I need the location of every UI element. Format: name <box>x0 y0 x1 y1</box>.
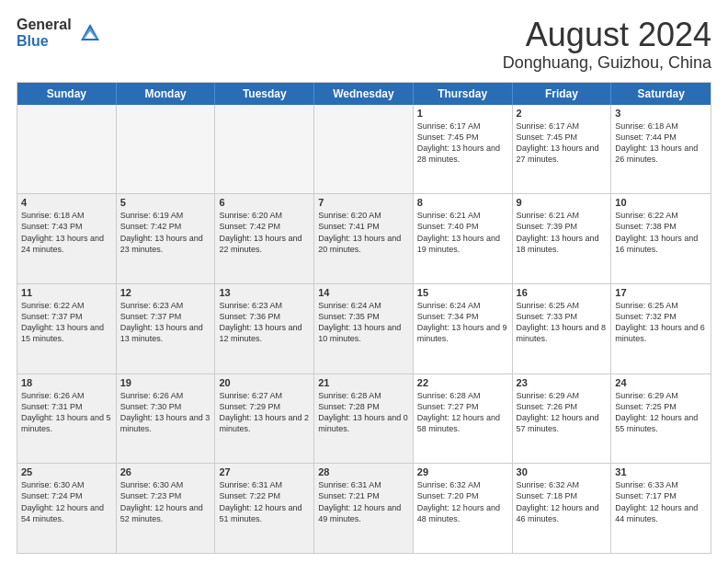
day-cell-29: 29Sunrise: 6:32 AMSunset: 7:20 PMDayligh… <box>414 464 513 553</box>
day-number: 31 <box>615 466 707 477</box>
day-number: 26 <box>120 466 211 477</box>
page: General Blue August 2024 Donghuang, Guiz… <box>0 0 728 563</box>
day-cell-19: 19Sunrise: 6:26 AMSunset: 7:30 PMDayligh… <box>117 374 216 464</box>
day-number: 19 <box>120 377 211 388</box>
empty-cell <box>117 105 216 194</box>
cell-info: Sunrise: 6:18 AMSunset: 7:44 PMDaylight:… <box>615 121 698 164</box>
day-cell-11: 11Sunrise: 6:22 AMSunset: 7:37 PMDayligh… <box>17 284 117 373</box>
cell-info: Sunrise: 6:28 AMSunset: 7:28 PMDaylight:… <box>318 391 408 433</box>
header: General Blue August 2024 Donghuang, Guiz… <box>17 17 711 73</box>
cell-info: Sunrise: 6:29 AMSunset: 7:25 PMDaylight:… <box>615 391 698 433</box>
logo-icon <box>77 20 103 46</box>
empty-cell <box>17 105 117 194</box>
day-number: 23 <box>517 377 608 388</box>
header-day-saturday: Saturday <box>611 83 711 105</box>
logo-general: General <box>17 17 72 33</box>
day-cell-24: 24Sunrise: 6:29 AMSunset: 7:25 PMDayligh… <box>611 374 711 464</box>
empty-cell <box>314 105 414 194</box>
day-number: 6 <box>219 197 310 208</box>
cell-info: Sunrise: 6:31 AMSunset: 7:21 PMDaylight:… <box>318 480 401 523</box>
cell-info: Sunrise: 6:32 AMSunset: 7:18 PMDaylight:… <box>517 480 599 523</box>
day-cell-6: 6Sunrise: 6:20 AMSunset: 7:42 PMDaylight… <box>215 194 314 283</box>
logo: General Blue <box>17 17 103 49</box>
header-day-sunday: Sunday <box>17 83 117 105</box>
day-cell-3: 3Sunrise: 6:18 AMSunset: 7:44 PMDaylight… <box>611 105 711 194</box>
day-number: 7 <box>318 197 409 208</box>
cell-info: Sunrise: 6:20 AMSunset: 7:41 PMDaylight:… <box>318 211 401 253</box>
day-number: 11 <box>21 287 112 298</box>
week-row-4: 18Sunrise: 6:26 AMSunset: 7:31 PMDayligh… <box>17 373 711 464</box>
day-number: 14 <box>318 287 409 298</box>
day-number: 25 <box>21 466 112 477</box>
header-day-monday: Monday <box>117 83 216 105</box>
logo-blue: Blue <box>17 33 72 50</box>
day-number: 13 <box>219 287 310 298</box>
cell-info: Sunrise: 6:31 AMSunset: 7:22 PMDaylight:… <box>219 480 301 523</box>
cell-info: Sunrise: 6:21 AMSunset: 7:40 PMDaylight:… <box>417 211 500 253</box>
header-day-thursday: Thursday <box>414 83 513 105</box>
header-day-tuesday: Tuesday <box>215 83 314 105</box>
day-number: 20 <box>219 377 310 388</box>
day-number: 4 <box>21 197 112 208</box>
day-number: 24 <box>615 377 707 388</box>
day-cell-25: 25Sunrise: 6:30 AMSunset: 7:24 PMDayligh… <box>17 464 117 553</box>
day-number: 3 <box>615 108 707 119</box>
day-number: 9 <box>517 197 608 208</box>
day-cell-21: 21Sunrise: 6:28 AMSunset: 7:28 PMDayligh… <box>314 374 414 464</box>
day-number: 22 <box>417 377 508 388</box>
cell-info: Sunrise: 6:27 AMSunset: 7:29 PMDaylight:… <box>219 391 309 433</box>
day-cell-26: 26Sunrise: 6:30 AMSunset: 7:23 PMDayligh… <box>117 464 216 553</box>
cell-info: Sunrise: 6:25 AMSunset: 7:33 PMDaylight:… <box>517 301 607 343</box>
week-row-5: 25Sunrise: 6:30 AMSunset: 7:24 PMDayligh… <box>17 463 711 553</box>
day-cell-9: 9Sunrise: 6:21 AMSunset: 7:39 PMDaylight… <box>513 194 612 283</box>
empty-cell <box>215 105 314 194</box>
title-section: August 2024 Donghuang, Guizhou, China <box>503 17 711 73</box>
cell-info: Sunrise: 6:22 AMSunset: 7:37 PMDaylight:… <box>21 301 104 343</box>
day-number: 5 <box>120 197 211 208</box>
cell-info: Sunrise: 6:18 AMSunset: 7:43 PMDaylight:… <box>21 211 104 253</box>
week-row-1: 1Sunrise: 6:17 AMSunset: 7:45 PMDaylight… <box>17 105 711 194</box>
day-cell-15: 15Sunrise: 6:24 AMSunset: 7:34 PMDayligh… <box>414 284 513 373</box>
cell-info: Sunrise: 6:21 AMSunset: 7:39 PMDaylight:… <box>517 211 599 253</box>
day-cell-30: 30Sunrise: 6:32 AMSunset: 7:18 PMDayligh… <box>513 464 612 553</box>
day-cell-10: 10Sunrise: 6:22 AMSunset: 7:38 PMDayligh… <box>611 194 711 283</box>
day-cell-4: 4Sunrise: 6:18 AMSunset: 7:43 PMDaylight… <box>17 194 117 283</box>
header-day-friday: Friday <box>513 83 612 105</box>
day-number: 15 <box>417 287 508 298</box>
main-title: August 2024 <box>503 17 711 53</box>
header-day-wednesday: Wednesday <box>314 83 414 105</box>
day-number: 10 <box>615 197 707 208</box>
day-cell-17: 17Sunrise: 6:25 AMSunset: 7:32 PMDayligh… <box>611 284 711 373</box>
cell-info: Sunrise: 6:28 AMSunset: 7:27 PMDaylight:… <box>417 391 500 433</box>
day-number: 29 <box>417 466 508 477</box>
day-cell-2: 2Sunrise: 6:17 AMSunset: 7:45 PMDaylight… <box>513 105 612 194</box>
day-cell-12: 12Sunrise: 6:23 AMSunset: 7:37 PMDayligh… <box>117 284 216 373</box>
day-number: 30 <box>517 466 608 477</box>
logo-text: General Blue <box>17 17 72 49</box>
day-cell-14: 14Sunrise: 6:24 AMSunset: 7:35 PMDayligh… <box>314 284 414 373</box>
cell-info: Sunrise: 6:23 AMSunset: 7:36 PMDaylight:… <box>219 301 301 343</box>
day-cell-22: 22Sunrise: 6:28 AMSunset: 7:27 PMDayligh… <box>414 374 513 464</box>
day-number: 1 <box>417 108 508 119</box>
cell-info: Sunrise: 6:26 AMSunset: 7:31 PMDaylight:… <box>21 391 111 433</box>
day-cell-7: 7Sunrise: 6:20 AMSunset: 7:41 PMDaylight… <box>314 194 414 283</box>
cell-info: Sunrise: 6:30 AMSunset: 7:24 PMDaylight:… <box>21 480 104 523</box>
day-number: 27 <box>219 466 310 477</box>
cell-info: Sunrise: 6:17 AMSunset: 7:45 PMDaylight:… <box>417 121 500 164</box>
day-number: 2 <box>517 108 608 119</box>
cell-info: Sunrise: 6:19 AMSunset: 7:42 PMDaylight:… <box>120 211 203 253</box>
day-number: 28 <box>318 466 409 477</box>
cell-info: Sunrise: 6:26 AMSunset: 7:30 PMDaylight:… <box>120 391 210 433</box>
cell-info: Sunrise: 6:29 AMSunset: 7:26 PMDaylight:… <box>517 391 599 433</box>
cell-info: Sunrise: 6:24 AMSunset: 7:34 PMDaylight:… <box>417 301 507 343</box>
day-number: 17 <box>615 287 707 298</box>
cell-info: Sunrise: 6:24 AMSunset: 7:35 PMDaylight:… <box>318 301 401 343</box>
day-cell-23: 23Sunrise: 6:29 AMSunset: 7:26 PMDayligh… <box>513 374 612 464</box>
calendar-header: SundayMondayTuesdayWednesdayThursdayFrid… <box>17 83 711 105</box>
day-cell-8: 8Sunrise: 6:21 AMSunset: 7:40 PMDaylight… <box>414 194 513 283</box>
day-cell-1: 1Sunrise: 6:17 AMSunset: 7:45 PMDaylight… <box>414 105 513 194</box>
day-number: 16 <box>517 287 608 298</box>
day-cell-20: 20Sunrise: 6:27 AMSunset: 7:29 PMDayligh… <box>215 374 314 464</box>
day-number: 21 <box>318 377 409 388</box>
week-row-2: 4Sunrise: 6:18 AMSunset: 7:43 PMDaylight… <box>17 193 711 283</box>
